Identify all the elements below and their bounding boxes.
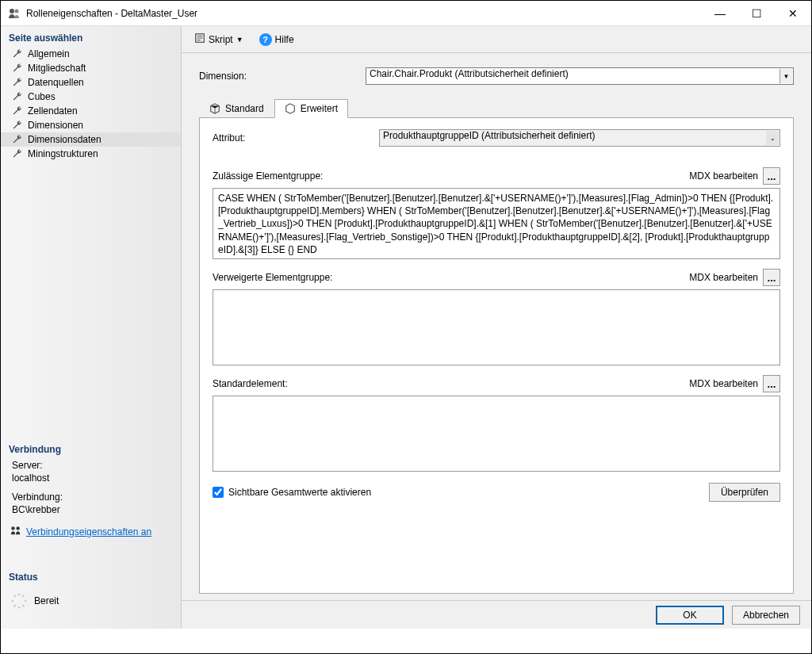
wrench-icon <box>12 120 23 131</box>
connection-value: BC\krebber <box>1 504 181 522</box>
allowed-label: Zulässige Elementgruppe: <box>213 170 323 182</box>
window-title: Rolleneigenschaften - DeltaMaster_User <box>26 8 702 19</box>
svg-point-0 <box>10 9 14 13</box>
sidebar-item-label: Allgemein <box>28 48 70 59</box>
svg-point-5 <box>22 595 25 597</box>
mdx-edit-default[interactable]: MDX bearbeiten <box>689 378 758 389</box>
sidebar-item-datenquellen[interactable]: Datenquellen <box>1 75 181 90</box>
visible-totals-label: Sichtbare Gesamtwerte aktivieren <box>228 487 371 498</box>
ellipsis-button-default[interactable]: ... <box>763 375 780 392</box>
cube-outline-icon <box>285 103 296 114</box>
wrench-icon <box>12 105 23 117</box>
svg-point-6 <box>25 600 27 602</box>
content-toolbar: Skript ▼ ? Hilfe <box>182 26 811 53</box>
script-button[interactable]: Skript ▼ <box>191 31 247 48</box>
sidebar-item-label: Datenquellen <box>28 77 84 88</box>
ok-button[interactable]: OK <box>656 606 724 625</box>
visible-totals-input[interactable] <box>213 487 224 498</box>
dimension-label: Dimension: <box>199 71 358 82</box>
allowed-mdx-box[interactable]: CASE WHEN ( StrToMember('[Benutzer].[Ben… <box>213 188 780 259</box>
help-button[interactable]: ? Hilfe <box>256 32 297 48</box>
script-label: Skript <box>209 34 233 45</box>
denied-mdx-box[interactable] <box>213 289 780 365</box>
svg-point-7 <box>22 605 25 607</box>
svg-point-8 <box>18 606 21 609</box>
sidebar-item-zellendaten[interactable]: Zellendaten <box>1 104 181 118</box>
cube-icon <box>209 103 220 114</box>
minimize-button[interactable]: — <box>702 2 738 25</box>
svg-point-2 <box>11 526 14 530</box>
tab-panel-erweitert: Attribut: ProdukthauptgruppeID (Attribut… <box>199 118 794 594</box>
wrench-icon <box>12 63 23 74</box>
help-label: Hilfe <box>275 34 294 45</box>
sidebar-item-dimensionen[interactable]: Dimensionen <box>1 118 181 132</box>
status-value: Bereit <box>34 595 59 606</box>
help-icon: ? <box>259 33 272 46</box>
svg-point-11 <box>13 595 16 597</box>
attribut-value: ProdukthauptgruppeID (Attributsicherheit… <box>379 129 780 147</box>
tab-erweitert-label: Erweitert <box>301 103 338 114</box>
dropdown-arrow-icon: ▼ <box>236 36 243 44</box>
svg-point-3 <box>16 526 19 530</box>
default-mdx-box[interactable] <box>213 396 780 472</box>
attribut-select[interactable]: ProdukthauptgruppeID (Attributsicherheit… <box>379 129 780 147</box>
wrench-icon <box>12 134 23 145</box>
sidebar-item-mitgliedschaft[interactable]: Mitgliedschaft <box>1 61 181 75</box>
visible-totals-checkbox[interactable]: Sichtbare Gesamtwerte aktivieren <box>213 487 371 498</box>
sidebar-heading-connection: Verbindung <box>1 441 181 458</box>
verify-button[interactable]: Überprüfen <box>709 483 780 502</box>
wrench-icon <box>12 77 23 88</box>
server-value: localhost <box>1 472 181 490</box>
sidebar-item-dimensionsdaten[interactable]: Dimensionsdaten <box>1 132 181 147</box>
wrench-icon <box>12 91 23 102</box>
tabs: Standard Erweitert <box>199 99 794 118</box>
svg-point-9 <box>13 605 16 607</box>
sidebar-item-allgemein[interactable]: Allgemein <box>1 47 181 61</box>
wrench-icon <box>12 148 23 159</box>
sidebar-heading-status: Status <box>1 568 181 586</box>
sidebar-item-label: Mitgliedschaft <box>28 63 86 74</box>
connection-label: Verbindung: <box>1 490 181 504</box>
content-area: Skript ▼ ? Hilfe Dimension: Chair.Chair.… <box>182 26 811 629</box>
sidebar-item-label: Cubes <box>28 91 56 102</box>
connection-props-link[interactable]: Verbindungseigenschaften an <box>26 526 151 537</box>
svg-point-1 <box>15 9 19 13</box>
server-label: Server: <box>1 458 181 472</box>
tab-standard-label: Standard <box>225 103 264 114</box>
ellipsis-button-denied[interactable]: ... <box>763 269 780 286</box>
sidebar-item-label: Dimensionen <box>28 120 83 131</box>
tab-standard[interactable]: Standard <box>199 99 274 117</box>
sidebar-item-cubes[interactable]: Cubes <box>1 90 181 104</box>
cancel-button[interactable]: Abbrechen <box>732 606 800 625</box>
attribut-label: Attribut: <box>213 132 371 143</box>
status-spinner-icon <box>10 592 28 610</box>
sidebar-item-label: Zellendaten <box>28 105 78 117</box>
sidebar-heading-pages: Seite auswählen <box>1 29 181 47</box>
script-icon <box>194 33 205 46</box>
ellipsis-button-allowed[interactable]: ... <box>763 167 780 185</box>
title-bar: Rolleneigenschaften - DeltaMaster_User —… <box>1 1 811 26</box>
sidebar-item-label: Dimensionsdaten <box>28 134 102 145</box>
svg-point-10 <box>11 600 13 602</box>
close-button[interactable]: ✕ <box>775 2 811 25</box>
sidebar: Seite auswählen Allgemein Mitgliedschaft… <box>1 26 182 629</box>
default-label: Standardelement: <box>213 378 288 389</box>
svg-point-4 <box>18 593 21 595</box>
tab-erweitert[interactable]: Erweitert <box>274 99 348 118</box>
mdx-edit-denied[interactable]: MDX bearbeiten <box>689 272 758 283</box>
connection-props-icon <box>10 525 21 538</box>
dimension-select[interactable]: Chair.Chair.Produkt (Attributsicherheit … <box>366 67 794 85</box>
wrench-icon <box>12 48 23 59</box>
denied-label: Verweigerte Elementgruppe: <box>213 272 332 283</box>
dialog-footer: OK Abbrechen <box>182 600 811 629</box>
sidebar-item-label: Miningstrukturen <box>28 148 98 159</box>
role-icon <box>7 6 21 21</box>
maximize-button[interactable]: ☐ <box>738 2 775 25</box>
sidebar-item-miningstrukturen[interactable]: Miningstrukturen <box>1 147 181 161</box>
dimension-value: Chair.Chair.Produkt (Attributsicherheit … <box>366 67 794 85</box>
mdx-edit-allowed[interactable]: MDX bearbeiten <box>689 170 758 182</box>
